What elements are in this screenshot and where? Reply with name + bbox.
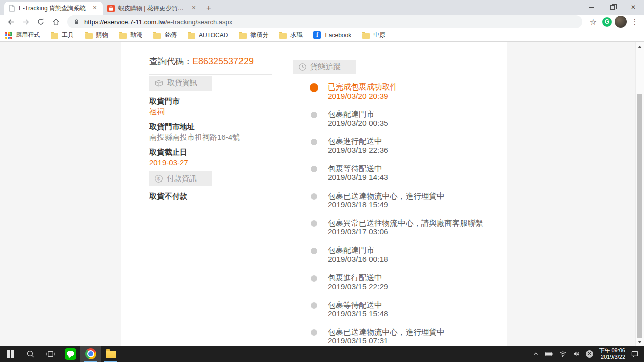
svg-text:$: $ <box>157 176 160 182</box>
bookmark-folder-mingchuan[interactable]: 銘傳 <box>153 31 177 39</box>
reload-icon <box>37 18 45 26</box>
battery-icon[interactable] <box>545 350 553 358</box>
home-button[interactable] <box>49 15 62 28</box>
bookmark-label: 微積分 <box>250 31 268 39</box>
bookmark-folder-autocad[interactable]: AUTOCAD <box>188 32 228 39</box>
payment-info-header: $ 付款資訊 <box>149 171 212 186</box>
minimize-icon <box>589 7 594 8</box>
line-app-icon <box>65 348 76 360</box>
folder-icon <box>85 33 93 39</box>
start-button[interactable] <box>0 346 20 362</box>
action-center-icon[interactable] <box>631 350 639 358</box>
bookmark-label: Facebook <box>325 32 351 39</box>
tab-etracking[interactable]: E-Tracking 貨態查詢系統 × <box>4 2 103 15</box>
new-tab-button[interactable]: + <box>202 2 216 15</box>
back-icon <box>7 18 15 26</box>
taskbar-chrome[interactable] <box>80 346 101 362</box>
forward-button[interactable] <box>19 15 32 28</box>
timeline-item: 包裹已送達物流中心，進行理貨中 2019/03/15 07:31 <box>308 328 504 346</box>
timeline-dot-icon <box>311 166 317 172</box>
folder-icon <box>279 33 287 39</box>
timeline-datetime: 2019/03/15 15:48 <box>328 309 504 318</box>
bookmark-folder-shopping[interactable]: 購物 <box>85 31 108 39</box>
timeline-status: 包裹進行配送中 <box>328 137 504 146</box>
bookmark-folder-calculus[interactable]: 微積分 <box>239 31 268 39</box>
close-button[interactable]: ✕ <box>623 0 644 14</box>
tab-title: E-Tracking 貨態查詢系統 <box>19 4 87 13</box>
timeline-status: 已完成包裹成功取件 <box>328 82 504 92</box>
timeline-dot-icon <box>311 112 317 118</box>
system-tray: 下午 09:06 2019/3/22 <box>532 347 644 360</box>
timeline-dot-icon <box>311 220 317 227</box>
timeline-dot-icon <box>311 302 317 309</box>
query-code-value: E86325537229 <box>192 56 254 66</box>
bookmark-star-icon[interactable]: ☆ <box>587 17 599 27</box>
tray-chevron-up-icon[interactable] <box>532 351 539 357</box>
wifi-icon[interactable] <box>559 350 567 357</box>
scroll-down-icon[interactable] <box>638 341 642 343</box>
timeline-datetime: 2019/03/17 03:06 <box>328 227 504 236</box>
forward-icon <box>22 18 30 26</box>
query-code-row: 查詢代碼：E86325537229 <box>149 56 272 67</box>
timeline-dot-icon <box>311 193 317 200</box>
restore-icon <box>610 5 615 10</box>
timeline-datetime: 2019/03/20 20:39 <box>328 92 504 101</box>
volume-icon[interactable] <box>573 350 580 357</box>
taskbar-search-button[interactable] <box>20 346 40 362</box>
field-value: 祖祠 <box>149 107 272 116</box>
field-pickup-deadline: 取貨截止日 2019-03-27 <box>149 148 272 167</box>
taskbar-line-app[interactable] <box>60 346 80 362</box>
bookmark-label: 銘傳 <box>165 31 177 39</box>
bookmark-folder-tools[interactable]: 工具 <box>51 31 74 39</box>
folder-icon <box>239 33 247 39</box>
timeline-item: 已完成包裹成功取件 2019/03/20 20:39 <box>308 82 504 110</box>
apps-grid-icon <box>5 32 12 39</box>
tray-status-x-icon[interactable] <box>586 350 593 358</box>
toolbar-right: ☆ G ⋮ <box>587 16 640 28</box>
timeline-status: 包裹等待配送中 <box>328 164 504 173</box>
page-content: 查詢代碼：E86325537229 取貨資訊 取貨門市 祖祠 取貨門市地址 南投… <box>0 42 644 346</box>
tab-close-icon[interactable]: × <box>190 4 198 12</box>
minimize-button[interactable] <box>581 0 602 14</box>
tab-close-icon[interactable]: × <box>91 4 99 12</box>
timeline-status: 包裹配達門市 <box>328 246 504 255</box>
back-button[interactable] <box>4 15 17 28</box>
bookmark-label: 工具 <box>62 31 74 39</box>
timeline-item: 包裹進行配送中 2019/03/15 22:29 <box>308 273 504 300</box>
windows-logo-icon <box>7 350 14 358</box>
reload-button[interactable] <box>34 15 47 28</box>
windows-taskbar: 下午 09:06 2019/3/22 <box>0 346 644 362</box>
folder-icon <box>362 33 370 39</box>
timeline-status: 包裹已送達物流中心，進行理貨中 <box>328 328 504 337</box>
url-path: /e-tracking/search.aspx <box>165 18 232 26</box>
timeline-dot-icon <box>311 329 317 336</box>
profile-avatar[interactable] <box>615 16 627 28</box>
scrollbar-thumb[interactable] <box>637 94 642 338</box>
tab-shopee[interactable]: 蝦皮購物 | 花得更少買得更好 × <box>103 2 202 15</box>
address-bar[interactable]: https://eservice.7-11.com.tw/e-tracking/… <box>67 15 582 28</box>
tracking-header: 貨態追蹤 <box>293 60 356 74</box>
extension-icon[interactable]: G <box>602 17 612 27</box>
payment-info-title: 付款資訊 <box>167 174 197 184</box>
scroll-up-icon[interactable] <box>638 46 642 48</box>
taskbar-file-explorer[interactable] <box>101 346 121 362</box>
task-view-button[interactable] <box>40 346 60 362</box>
tracking-title: 貨態追蹤 <box>310 62 341 72</box>
timeline-dot-icon <box>310 83 318 92</box>
menu-kebab-icon[interactable]: ⋮ <box>630 17 640 26</box>
url-host: https://eservice.7-11.com.tw <box>84 18 165 26</box>
maximize-restore-button[interactable] <box>602 0 623 14</box>
bookmark-label: 購物 <box>96 31 108 39</box>
bookmark-folder-jobs[interactable]: 求職 <box>279 31 302 39</box>
coin-icon: $ <box>154 174 163 183</box>
bookmark-folder-chungyuan[interactable]: 中原 <box>362 31 385 39</box>
timeline-items: 已完成包裹成功取件 2019/03/20 20:39 包裹配達門市 2019/0… <box>308 82 504 346</box>
bookmark-apps[interactable]: 應用程式 <box>5 31 40 39</box>
bookmark-folder-anime[interactable]: 動漫 <box>119 31 142 39</box>
search-icon <box>26 350 35 358</box>
bookmark-facebook[interactable]: fFacebook <box>313 31 351 39</box>
page-scrollbar[interactable] <box>635 42 644 346</box>
taskbar-clock[interactable]: 下午 09:06 2019/3/22 <box>599 347 625 360</box>
bookmark-label: 應用程式 <box>16 31 40 39</box>
pickup-column: 查詢代碼：E86325537229 取貨資訊 取貨門市 祖祠 取貨門市地址 南投… <box>149 56 272 201</box>
